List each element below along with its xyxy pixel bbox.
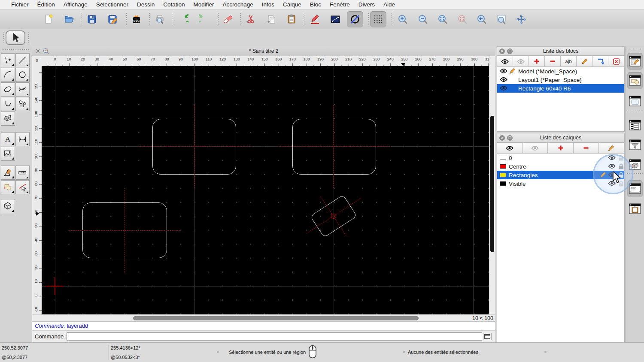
export-svg-icon[interactable]: SVG bbox=[128, 11, 145, 27]
draw-pen-icon[interactable] bbox=[307, 11, 323, 27]
tool-text-icon[interactable]: A bbox=[1, 132, 15, 146]
menu-modifier[interactable]: Modifier bbox=[189, 0, 218, 9]
layer-visibility-eye-icon[interactable] bbox=[608, 163, 616, 170]
paste-icon[interactable] bbox=[283, 11, 300, 27]
layer-lock-icon[interactable] bbox=[618, 154, 624, 163]
hide-all-layers-icon[interactable] bbox=[522, 142, 548, 154]
tool-circle-icon[interactable] bbox=[15, 68, 30, 82]
tool-measure-icon[interactable] bbox=[15, 166, 30, 180]
redo-icon[interactable] bbox=[196, 11, 212, 27]
horizontal-scrollbar[interactable]: 10 < 100 bbox=[32, 314, 495, 321]
drawing-canvas[interactable] bbox=[42, 66, 489, 314]
layer-visibility-eye-icon[interactable] bbox=[608, 155, 616, 162]
remove-layer-icon[interactable] bbox=[573, 142, 599, 154]
layer-lock-icon[interactable] bbox=[618, 180, 624, 188]
layer-visibility-eye-icon[interactable] bbox=[608, 181, 616, 187]
zoom-window-icon[interactable] bbox=[493, 11, 510, 27]
add-block-icon[interactable] bbox=[529, 56, 545, 67]
zoom-auto-icon[interactable] bbox=[434, 11, 451, 27]
visibility-eye-icon[interactable] bbox=[500, 85, 507, 92]
edit-layer-icon[interactable] bbox=[598, 142, 624, 154]
remove-block-icon[interactable] bbox=[544, 56, 561, 67]
menu-aide[interactable]: Aide bbox=[379, 0, 399, 9]
zoom-out-icon[interactable] bbox=[415, 11, 431, 27]
tool-polyline-icon[interactable] bbox=[1, 97, 15, 111]
cad-rectangle-2[interactable] bbox=[292, 119, 376, 175]
add-layer-icon[interactable] bbox=[547, 142, 573, 154]
insert-block-icon[interactable] bbox=[592, 56, 608, 67]
block-row[interactable]: Model (*Model_Space) bbox=[497, 67, 624, 75]
print-preview-icon[interactable] bbox=[152, 11, 168, 27]
layer-lock-icon[interactable] bbox=[618, 163, 624, 171]
zoom-in-icon[interactable] bbox=[395, 11, 411, 27]
vertical-scrollbar[interactable] bbox=[489, 56, 495, 314]
tool-solid-3d-icon[interactable] bbox=[1, 199, 15, 213]
layer-row[interactable]: Visible bbox=[497, 179, 624, 188]
block-row[interactable]: Layout1 (*Paper_Space) bbox=[497, 75, 624, 84]
edit-block-icon[interactable] bbox=[576, 56, 592, 67]
command-input[interactable] bbox=[67, 332, 482, 341]
dock-materials-panel-icon[interactable] bbox=[627, 156, 643, 173]
layer-row[interactable]: Rectangles bbox=[497, 171, 624, 179]
menu-divers[interactable]: Divers bbox=[354, 0, 379, 9]
tool-hatch-icon[interactable] bbox=[1, 112, 15, 126]
command-keyboard-icon[interactable] bbox=[483, 333, 492, 340]
grid-icon[interactable] bbox=[370, 11, 386, 27]
menu-dessin[interactable]: Dessin bbox=[133, 0, 159, 9]
tool-line-icon[interactable] bbox=[15, 53, 30, 67]
dock-clipboard-panel-icon[interactable] bbox=[627, 200, 643, 217]
tool-points-icon[interactable] bbox=[1, 53, 15, 67]
dock-layers-panel-icon[interactable] bbox=[627, 117, 643, 134]
select-tool-button[interactable] bbox=[6, 30, 25, 45]
menu-bloc[interactable]: Bloc bbox=[306, 0, 325, 9]
zoom-previous-icon[interactable] bbox=[454, 11, 471, 27]
dock-preview-panel-icon[interactable] bbox=[627, 93, 643, 110]
save-as-icon[interactable] bbox=[104, 11, 121, 27]
tool-ellipse-icon[interactable] bbox=[1, 82, 15, 97]
menu-edition[interactable]: Édition bbox=[33, 0, 59, 9]
layer-row[interactable]: 0 bbox=[497, 154, 624, 162]
centerline[interactable] bbox=[125, 190, 125, 272]
cad-rectangle-rotated[interactable] bbox=[286, 169, 381, 263]
layer-visibility-eye-icon[interactable] bbox=[608, 172, 616, 179]
dock-filter-panel-icon[interactable] bbox=[627, 136, 643, 154]
menu-selectionner[interactable]: Sélectionner bbox=[92, 0, 133, 9]
tool-select-entity-icon[interactable] bbox=[15, 180, 30, 194]
rename-block-icon[interactable]: a|b bbox=[560, 56, 577, 67]
line-attributes-icon[interactable] bbox=[327, 11, 343, 27]
zoom-back-icon[interactable] bbox=[474, 11, 490, 27]
visibility-eye-icon[interactable] bbox=[500, 77, 507, 84]
vertical-scrollbar-thumb[interactable] bbox=[490, 116, 494, 252]
undo-icon[interactable] bbox=[175, 11, 191, 27]
layer-lock-icon[interactable] bbox=[618, 172, 624, 180]
zoom-pan-icon[interactable] bbox=[513, 11, 529, 27]
layer-row[interactable]: Centre bbox=[497, 162, 624, 171]
open-file-icon[interactable] bbox=[61, 11, 77, 27]
delete-icon[interactable] bbox=[220, 11, 236, 27]
dock-blocks-panel-icon[interactable] bbox=[627, 53, 643, 70]
dock-command-panel-icon[interactable] bbox=[627, 180, 643, 197]
menu-infos[interactable]: Infos bbox=[258, 0, 279, 9]
delete-block-icon[interactable] bbox=[608, 56, 624, 67]
menu-calque[interactable]: Calque bbox=[279, 0, 306, 9]
tool-order-icon[interactable] bbox=[1, 180, 15, 194]
tool-shapes-icon[interactable] bbox=[15, 97, 30, 111]
tool-image-icon[interactable] bbox=[1, 147, 15, 161]
tool-spline-icon[interactable] bbox=[15, 82, 30, 97]
block-row[interactable]: Rectangle 60x40 R6 bbox=[497, 84, 624, 93]
tool-dimension-icon[interactable] bbox=[15, 132, 30, 146]
hide-all-blocks-icon[interactable] bbox=[513, 56, 529, 67]
show-all-blocks-icon[interactable] bbox=[497, 56, 513, 67]
show-all-layers-icon[interactable] bbox=[497, 142, 522, 154]
dock-library-panel-icon[interactable] bbox=[627, 72, 643, 89]
new-file-icon[interactable] bbox=[40, 11, 57, 27]
copy-icon[interactable] bbox=[264, 11, 280, 27]
menu-fenetre[interactable]: Fenêtre bbox=[325, 0, 354, 9]
centerline[interactable] bbox=[194, 105, 194, 188]
centerline[interactable] bbox=[279, 146, 389, 146]
save-icon[interactable] bbox=[84, 11, 100, 27]
menu-affichage[interactable]: Affichage bbox=[59, 0, 92, 9]
cut-icon[interactable] bbox=[243, 11, 259, 27]
menu-cotation[interactable]: Cotation bbox=[159, 0, 189, 9]
draft-mode-icon[interactable] bbox=[347, 11, 363, 27]
